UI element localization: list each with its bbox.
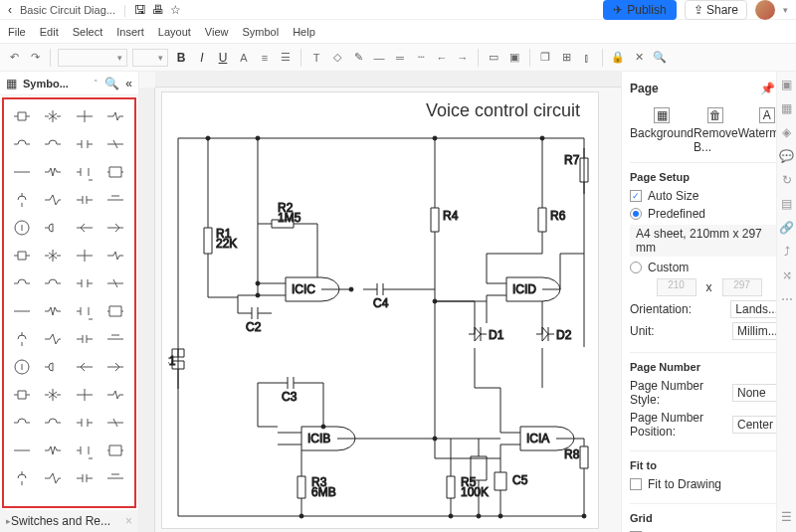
symbol-item[interactable] (10, 356, 34, 378)
symbol-item[interactable] (103, 217, 127, 239)
shelf-pin-icon[interactable]: « (125, 77, 132, 90)
symbol-item[interactable] (103, 133, 127, 155)
symbol-item[interactable] (103, 300, 127, 322)
shelf-collapse[interactable]: ˄ (94, 79, 99, 89)
symbol-item[interactable] (73, 300, 97, 322)
symbol-item[interactable] (103, 161, 127, 183)
symbol-item[interactable] (10, 105, 34, 127)
font-color-icon[interactable]: A (236, 50, 252, 66)
symbol-item[interactable] (41, 161, 65, 183)
menu-help[interactable]: Help (293, 26, 315, 38)
rail-more-icon[interactable]: ⋯ (780, 292, 794, 306)
symbol-item[interactable] (73, 440, 97, 461)
redo-icon[interactable]: ↷ (27, 50, 43, 66)
avatar-dropdown[interactable]: ▾ (783, 5, 788, 15)
symbol-item[interactable] (41, 133, 65, 155)
symbol-item[interactable] (10, 161, 34, 183)
rail-link-icon[interactable]: 🔗 (780, 221, 794, 235)
symbol-item[interactable] (73, 272, 97, 294)
fit-drawing-checkbox[interactable] (630, 478, 642, 490)
layers-icon[interactable]: ❐ (537, 50, 553, 66)
rail-data-icon[interactable]: ▤ (780, 197, 794, 211)
preset-selector[interactable]: A4 sheet, 210mm x 297 mm (630, 225, 788, 257)
symbol-item[interactable] (73, 245, 97, 266)
star-icon[interactable]: ☆ (170, 3, 181, 17)
custom-radio[interactable] (630, 262, 642, 273)
text-tool-icon[interactable]: T (308, 50, 324, 66)
rail-export-icon[interactable]: ⤴ (780, 245, 794, 259)
share-button[interactable]: ⇪ Share (685, 0, 747, 20)
symbol-item[interactable] (41, 328, 65, 350)
symbol-item[interactable] (73, 384, 97, 406)
avatar[interactable] (755, 0, 775, 20)
tab-remove-bg[interactable]: 🗑Remove B... (694, 107, 738, 154)
symbol-item[interactable] (103, 328, 127, 350)
bold-icon[interactable]: B (173, 50, 189, 66)
symbol-item[interactable] (73, 328, 97, 350)
font-selector[interactable]: ▾ (58, 49, 127, 67)
rail-grid-icon[interactable]: ▦ (780, 101, 794, 115)
italic-icon[interactable]: I (194, 50, 210, 66)
symbol-item[interactable] (73, 161, 97, 183)
align-icon[interactable]: ≡ (257, 50, 273, 66)
publish-button[interactable]: ✈Publish (603, 0, 676, 20)
symbol-item[interactable] (41, 384, 65, 406)
search-icon[interactable]: 🔍 (652, 50, 668, 66)
menu-view[interactable]: View (205, 26, 229, 38)
rail-comment-icon[interactable]: 💬 (780, 149, 794, 163)
lock-icon[interactable]: 🔒 (610, 50, 626, 66)
symbol-item[interactable] (103, 412, 127, 434)
back-chevron[interactable]: ‹ (8, 3, 12, 17)
menu-file[interactable]: File (8, 26, 26, 38)
symbol-item[interactable] (103, 440, 127, 461)
menu-edit[interactable]: Edit (40, 26, 59, 38)
symbol-item[interactable] (10, 384, 34, 406)
height-input[interactable]: 297 (722, 278, 762, 296)
rail-shuffle-icon[interactable]: ⤭ (780, 268, 794, 282)
menu-insert[interactable]: Insert (116, 26, 144, 38)
symbol-item[interactable] (103, 272, 127, 294)
symbol-item[interactable] (103, 467, 127, 489)
predefined-radio[interactable] (630, 208, 642, 220)
symbol-item[interactable] (10, 272, 34, 294)
symbol-item[interactable] (73, 356, 97, 378)
symbol-item[interactable] (10, 328, 34, 350)
shelf-search-icon[interactable]: 🔍 (104, 77, 119, 90)
symbol-item[interactable] (103, 105, 127, 127)
symbol-item[interactable] (103, 356, 127, 378)
symbol-item[interactable] (10, 217, 34, 239)
rail-menu-icon[interactable]: ☰ (780, 510, 794, 524)
group-icon[interactable]: ⊞ (558, 50, 574, 66)
symbol-item[interactable] (10, 133, 34, 155)
line-style-icon[interactable]: — (371, 50, 387, 66)
symbol-item[interactable] (73, 105, 97, 127)
symbol-item[interactable] (10, 189, 34, 211)
auto-size-checkbox[interactable]: ✓ (630, 190, 642, 202)
rail-page-icon[interactable]: ▣ (780, 78, 794, 91)
list-icon[interactable]: ☰ (278, 50, 294, 66)
size-selector[interactable]: ▾ (132, 49, 168, 67)
undo-icon[interactable]: ↶ (6, 50, 22, 66)
symbol-item[interactable] (73, 467, 97, 489)
arrow-end-icon[interactable]: → (455, 50, 471, 66)
rail-history-icon[interactable]: ↻ (780, 173, 794, 187)
arrow-start-icon[interactable]: ← (434, 50, 450, 66)
fill-icon[interactable]: ◇ (329, 50, 345, 66)
symbol-item[interactable] (41, 467, 65, 489)
symbol-item[interactable] (10, 245, 34, 266)
symbol-item[interactable] (103, 245, 127, 266)
underline-icon[interactable]: U (215, 50, 231, 66)
symbol-item[interactable] (10, 300, 34, 322)
align-objects-icon[interactable]: ⫿ (579, 50, 595, 66)
symbol-item[interactable] (41, 189, 65, 211)
menu-symbol[interactable]: Symbol (242, 26, 279, 38)
symbol-item[interactable] (10, 412, 34, 434)
shelf-category[interactable]: ▸ Switches and Re...× (0, 510, 138, 532)
symbol-item[interactable] (41, 440, 65, 461)
symbol-item[interactable] (10, 440, 34, 461)
symbol-item[interactable] (41, 300, 65, 322)
symbol-item[interactable] (41, 272, 65, 294)
symbol-item[interactable] (103, 384, 127, 406)
symbol-item[interactable] (73, 217, 97, 239)
tab-background[interactable]: ▦Background (630, 107, 694, 154)
